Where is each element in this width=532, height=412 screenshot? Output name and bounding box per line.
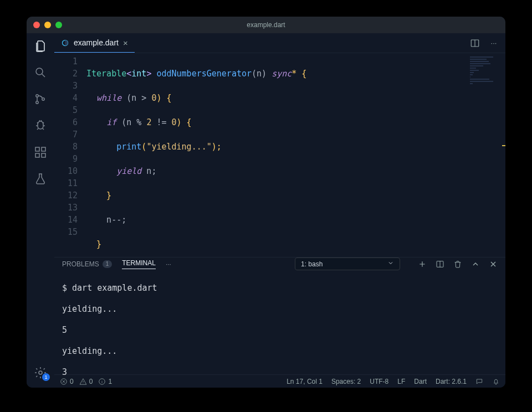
- minimap[interactable]: [470, 56, 503, 101]
- dart-file-icon: [61, 39, 69, 47]
- editor-window: example.dart 1: [27, 17, 505, 388]
- split-editor-icon[interactable]: [470, 38, 480, 48]
- terminal-selector-label: 1: bash: [301, 260, 323, 268]
- chevron-down-icon: [387, 260, 394, 268]
- svg-point-8: [39, 371, 42, 374]
- extensions-icon[interactable]: [33, 145, 48, 159]
- problems-count-badge: 1: [103, 260, 112, 268]
- svg-rect-7: [42, 147, 45, 151]
- test-icon[interactable]: [33, 172, 48, 186]
- panel-tabs: PROBLEMS 1 TERMINAL ··· 1: bash: [54, 258, 505, 270]
- new-terminal-icon[interactable]: [418, 260, 427, 269]
- tab-close-icon[interactable]: ×: [123, 38, 128, 48]
- main-area: example.dart × ··· 1 2 3 4 5 6 7 8 9 10 …: [54, 33, 505, 388]
- tab-terminal[interactable]: TERMINAL: [122, 259, 156, 269]
- titlebar: example.dart: [27, 17, 505, 33]
- more-actions-icon[interactable]: ···: [489, 38, 499, 48]
- tab-label: example.dart: [74, 38, 119, 47]
- terminal-selector[interactable]: 1: bash: [295, 258, 400, 270]
- kill-terminal-icon[interactable]: [453, 260, 462, 269]
- bottom-panel: PROBLEMS 1 TERMINAL ··· 1: bash: [54, 257, 505, 374]
- debug-icon[interactable]: [33, 119, 48, 133]
- window-title: example.dart: [27, 21, 505, 29]
- editor-area[interactable]: 1 2 3 4 5 6 7 8 9 10 11 12 13 14 15 Iter…: [54, 53, 505, 257]
- close-panel-icon[interactable]: [489, 260, 498, 269]
- more-panel-icon[interactable]: ···: [166, 260, 171, 268]
- split-terminal-icon[interactable]: [436, 260, 444, 269]
- svg-point-1: [36, 95, 38, 97]
- svg-point-0: [36, 68, 43, 75]
- settings-gear-icon[interactable]: 1: [33, 365, 48, 380]
- activity-bar: 1: [27, 33, 54, 388]
- line-gutter: 1 2 3 4 5 6 7 8 9 10 11 12 13 14 15: [54, 55, 86, 257]
- tab-problems[interactable]: PROBLEMS 1: [62, 260, 112, 268]
- svg-point-2: [36, 101, 38, 104]
- svg-rect-5: [35, 153, 39, 157]
- search-icon[interactable]: [33, 65, 48, 80]
- svg-rect-4: [35, 147, 39, 151]
- explorer-icon[interactable]: [33, 39, 48, 53]
- tab-example-dart[interactable]: example.dart ×: [54, 33, 135, 53]
- editor-actions: ···: [470, 38, 505, 48]
- source-control-icon[interactable]: [33, 92, 48, 106]
- terminal-output[interactable]: $ dart example.dart yielding... 5 yieldi…: [54, 270, 505, 388]
- code-content[interactable]: Iterable<int> oddNumbersGenerator(n) syn…: [86, 55, 505, 257]
- maximize-panel-icon[interactable]: [471, 260, 480, 269]
- svg-rect-6: [42, 153, 45, 157]
- panel-actions: [418, 260, 498, 269]
- overview-ruler-marker: [502, 145, 505, 146]
- editor-tabs: example.dart × ···: [54, 33, 505, 53]
- svg-point-3: [42, 98, 44, 100]
- settings-badge: 1: [42, 373, 50, 381]
